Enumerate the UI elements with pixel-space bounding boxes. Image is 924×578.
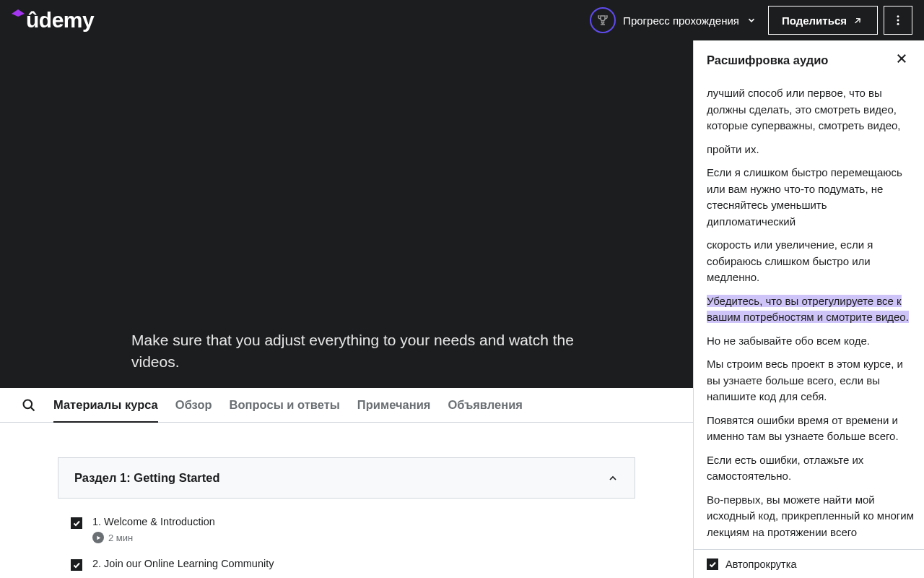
close-icon [895, 52, 908, 65]
tab-3[interactable]: Примечания [357, 388, 431, 422]
autoscroll-label: Автопрокрутка [725, 558, 796, 570]
autoscroll-checkbox[interactable] [707, 558, 718, 570]
transcript-line[interactable]: Если есть ошибки, отлажьте их самостояте… [707, 452, 915, 485]
lecture-checkbox[interactable] [71, 559, 82, 571]
logo-text: ûdemy [26, 8, 94, 33]
share-label: Поделиться [782, 14, 847, 27]
video-player[interactable]: Make sure that you adjust everything to … [0, 40, 693, 388]
transcript-line[interactable]: Во-первых, вы можете найти мой исходный … [707, 492, 915, 541]
svg-point-2 [897, 23, 899, 25]
left-column: Make sure that you adjust everything to … [0, 40, 693, 578]
svg-point-0 [897, 15, 899, 17]
transcript-line[interactable]: Если я слишком быстро перемещаюсь или ва… [707, 165, 915, 230]
transcript-title: Расшифровка аудио [707, 53, 828, 67]
progress-label: Прогресс прохождения [623, 14, 739, 27]
close-transcript-button[interactable] [892, 49, 911, 71]
lecture-title: 1. Welcome & Introduction [92, 516, 215, 527]
search-icon[interactable] [22, 398, 36, 413]
tab-0[interactable]: Материалы курса [53, 388, 158, 422]
tab-4[interactable]: Объявления [448, 388, 523, 422]
transcript-line[interactable]: Убедитесь, что вы отрегулируете все к ва… [707, 293, 915, 326]
transcript-line[interactable]: Мы строим весь проект в этом курсе, и вы… [707, 356, 915, 405]
share-icon [853, 14, 864, 26]
autoscroll-toggle[interactable]: Автопрокрутка [694, 549, 924, 578]
svg-point-3 [24, 400, 32, 408]
logo-hat-icon [12, 9, 25, 17]
tab-1[interactable]: Обзор [175, 388, 212, 422]
lecture-meta: 2 мин [92, 532, 215, 543]
section-header[interactable]: Раздел 1: Getting Started [58, 457, 635, 499]
check-icon [708, 560, 717, 569]
transcript-line[interactable]: пройти их. [707, 142, 915, 158]
transcript-line[interactable]: скорость или увеличение, если я собираюс… [707, 237, 915, 286]
play-icon [92, 532, 104, 543]
transcript-line[interactable]: Появятся ошибки время от времени и именн… [707, 413, 915, 445]
video-subtitle: Make sure that you adjust everything to … [131, 329, 578, 372]
more-menu-button[interactable] [884, 6, 912, 35]
main-area: Make sure that you adjust everything to … [0, 40, 924, 578]
transcript-panel: Расшифровка аудио лучший способ или перв… [693, 40, 924, 578]
svg-line-4 [31, 407, 35, 410]
lecture-list: 1. Welcome & Introduction2 мин2. Join ou… [58, 499, 635, 578]
app-header: ûdemy Прогресс прохождения Поделиться [0, 0, 924, 40]
svg-point-1 [897, 20, 899, 22]
lecture-item[interactable]: 2. Join our Online Learning Community [58, 551, 635, 578]
tab-2[interactable]: Вопросы и ответы [230, 388, 340, 422]
transcript-line[interactable]: лучший способ или первое, что вы должны … [707, 85, 915, 134]
chevron-up-icon [607, 473, 619, 484]
check-icon [72, 561, 81, 569]
course-tabs: Материалы курсаОбзорВопросы и ответыПрим… [0, 388, 693, 423]
trophy-icon [590, 7, 616, 33]
transcript-line[interactable]: Но не забывайте обо всем коде. [707, 333, 915, 350]
header-actions: Прогресс прохождения Поделиться [584, 6, 912, 35]
progress-dropdown[interactable]: Прогресс прохождения [584, 7, 762, 33]
transcript-body[interactable]: лучший способ или первое, что вы должны … [694, 79, 924, 549]
lecture-checkbox[interactable] [71, 517, 82, 529]
check-icon [72, 519, 81, 527]
lecture-item[interactable]: 1. Welcome & Introduction2 мин [58, 509, 635, 551]
share-button[interactable]: Поделиться [768, 6, 878, 35]
section-title: Раздел 1: Getting Started [74, 471, 220, 485]
chevron-down-icon [746, 15, 757, 25]
course-content-panel: Раздел 1: Getting Started 1. Welcome & I… [0, 423, 693, 578]
more-vertical-icon [892, 14, 905, 27]
logo[interactable]: ûdemy [12, 8, 94, 33]
lecture-title: 2. Join our Online Learning Community [92, 558, 274, 569]
transcript-header: Расшифровка аудио [694, 40, 924, 79]
